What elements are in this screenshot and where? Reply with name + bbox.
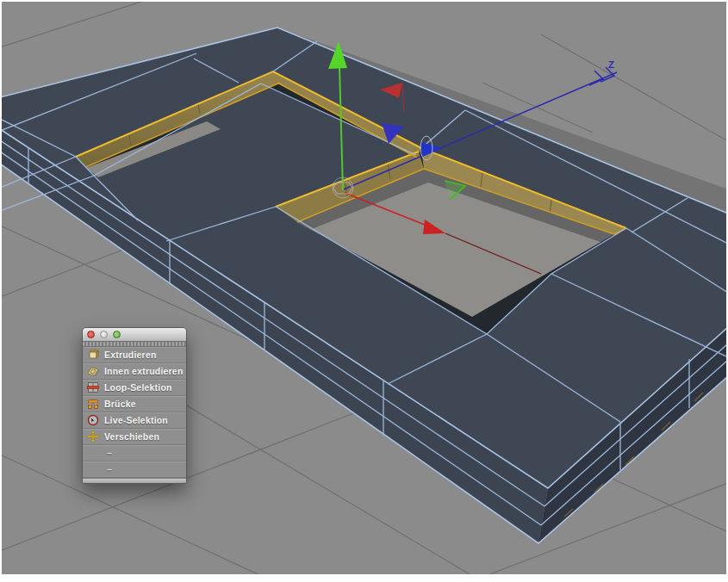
zoom-button[interactable] bbox=[113, 331, 121, 338]
move-icon bbox=[87, 430, 99, 443]
tool-item-label: Loop-Selektion bbox=[104, 382, 172, 393]
tool-item-live-selection[interactable]: Live-Selektion bbox=[83, 412, 186, 429]
tool-item-label: Verschieben bbox=[104, 431, 159, 442]
inner-extrude-icon bbox=[87, 365, 99, 377]
tool-item-label: Live-Selektion bbox=[104, 415, 168, 425]
palette-resize-bar[interactable] bbox=[83, 478, 186, 483]
tool-palette[interactable]: Extrudieren Innen extrudieren Loop-Selek… bbox=[82, 327, 187, 484]
live-selection-icon bbox=[87, 414, 99, 426]
tool-item-extrude[interactable]: Extrudieren bbox=[83, 347, 186, 363]
3d-viewport[interactable]: Z bbox=[0, 0, 728, 582]
z-axis-label: Z bbox=[608, 59, 614, 70]
tool-item-bridge[interactable]: Brücke bbox=[83, 396, 186, 412]
tool-item-label: Brücke bbox=[104, 399, 136, 409]
palette-empty-slot[interactable]: – bbox=[83, 445, 186, 461]
empty-slot-label: – bbox=[87, 448, 112, 458]
palette-titlebar[interactable] bbox=[83, 328, 186, 341]
tool-item-loop-selection[interactable]: Loop-Selektion bbox=[83, 380, 186, 396]
close-button[interactable] bbox=[87, 331, 95, 338]
screenshot-root: Z bbox=[0, 0, 728, 582]
extrude-icon bbox=[87, 349, 99, 361]
minimize-button[interactable] bbox=[100, 331, 108, 338]
bridge-icon bbox=[87, 398, 99, 410]
palette-empty-slot[interactable]: – bbox=[83, 461, 186, 478]
empty-slot-label: – bbox=[87, 464, 112, 474]
tool-item-label: Extrudieren bbox=[104, 350, 157, 360]
tool-item-label: Innen extrudieren bbox=[104, 366, 184, 376]
tool-item-move[interactable]: Verschieben bbox=[83, 429, 186, 445]
palette-rows: Extrudieren Innen extrudieren Loop-Selek… bbox=[83, 347, 186, 478]
palette-texture-strip[interactable] bbox=[83, 341, 186, 347]
bottom-margin bbox=[0, 575, 728, 582]
tool-item-inner-extrude[interactable]: Innen extrudieren bbox=[83, 363, 186, 380]
loop-selection-icon bbox=[87, 381, 99, 393]
